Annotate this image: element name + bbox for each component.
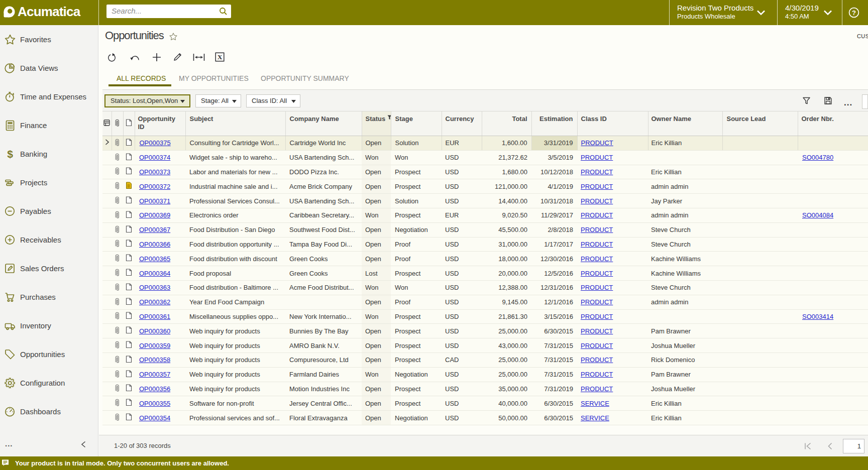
svg-text:X: X — [218, 53, 223, 61]
svg-text:$: $ — [7, 148, 13, 160]
svg-text:?: ? — [852, 9, 856, 17]
